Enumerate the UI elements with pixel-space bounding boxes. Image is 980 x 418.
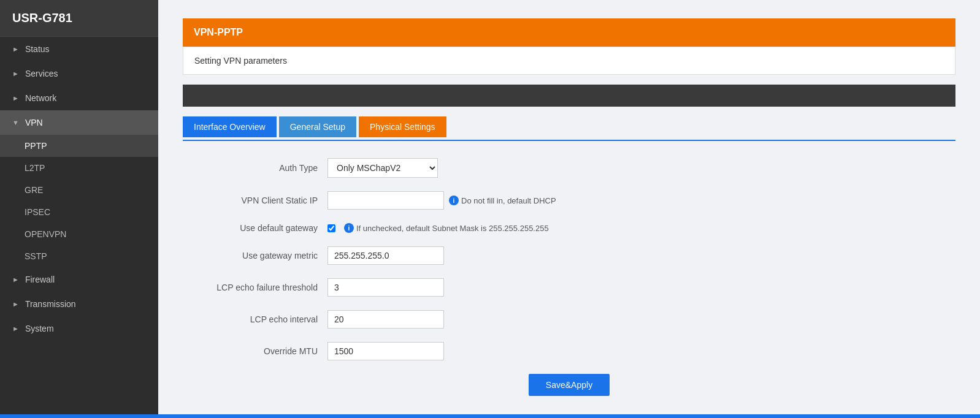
sidebar-submenu-pptp[interactable]: PPTP (0, 135, 158, 157)
static-ip-hint: i Do not fill in, default DHCP (449, 196, 556, 205)
sidebar-item-label: Network (25, 93, 56, 103)
info-icon-gateway: i (344, 223, 354, 233)
sidebar-item-label: VPN (25, 118, 43, 127)
label-default-gateway: Use default gateway (183, 223, 318, 233)
sidebar-item-system[interactable]: ► System (0, 316, 158, 341)
page-description: Setting VPN parameters (183, 47, 955, 75)
sidebar-submenu-l2tp[interactable]: L2TP (0, 157, 158, 179)
mtu-input[interactable]: 1500 (327, 342, 444, 360)
chevron-right-icon: ► (12, 276, 19, 283)
chevron-right-icon: ► (12, 325, 19, 332)
sidebar-submenu-openvpn[interactable]: OPENVPN (0, 223, 158, 245)
form-row-mtu: Override MTU 1500 (183, 342, 955, 360)
chevron-right-icon: ► (12, 70, 19, 77)
tab-underline (183, 140, 955, 141)
sidebar-submenu-sstp[interactable]: SSTP (0, 245, 158, 267)
footer: Jinan USR IOT Technology Limited http://… (0, 414, 980, 418)
static-ip-input[interactable] (327, 191, 444, 210)
gateway-hint-text: If unchecked, default Subnet Mask is 255… (356, 224, 549, 233)
tab-general-setup[interactable]: General Setup (279, 116, 356, 137)
chevron-down-icon: ▼ (12, 119, 19, 126)
lcp-interval-input[interactable]: 20 (327, 310, 444, 329)
save-row: Save&Apply (183, 374, 955, 396)
static-ip-hint-text: Do not fill in, default DHCP (461, 196, 556, 205)
auth-type-select[interactable]: Only MSChapV2 MSChapV1 CHAP PAP (327, 158, 438, 178)
lcp-failure-input[interactable]: 3 (327, 278, 444, 297)
form-row-gateway-metric: Use gateway metric 255.255.255.0 (183, 246, 955, 265)
label-auth-type: Auth Type (183, 163, 318, 173)
form-row-static-ip: VPN Client Static IP i Do not fill in, d… (183, 191, 955, 210)
sidebar-logo: USR-G781 (0, 0, 158, 37)
form-row-lcp-failure: LCP echo failure threshold 3 (183, 278, 955, 297)
sidebar-submenu-ipsec[interactable]: IPSEC (0, 201, 158, 223)
tab-physical-settings[interactable]: Physical Settings (359, 116, 446, 137)
page-header: VPN-PPTP (183, 18, 955, 47)
sidebar-item-label: Firewall (25, 275, 55, 284)
sidebar-submenu-gre[interactable]: GRE (0, 179, 158, 201)
main-content: VPN-PPTP Setting VPN parameters Interfac… (158, 0, 980, 414)
default-gateway-hint: i If unchecked, default Subnet Mask is 2… (344, 223, 549, 233)
chevron-right-icon: ► (12, 300, 19, 308)
sidebar-item-services[interactable]: ► Services (0, 61, 158, 86)
save-apply-button[interactable]: Save&Apply (529, 374, 610, 396)
chevron-right-icon: ► (12, 45, 19, 53)
sidebar-item-transmission[interactable]: ► Transmission (0, 292, 158, 316)
gateway-metric-input[interactable]: 255.255.255.0 (327, 246, 444, 265)
label-lcp-interval: LCP echo interval (183, 314, 318, 324)
sidebar: USR-G781 ► Status ► Services ► Network ▼… (0, 0, 158, 414)
sidebar-vpn-submenu: PPTP L2TP GRE IPSEC OPENVPN SSTP (0, 135, 158, 267)
form-row-lcp-interval: LCP echo interval 20 (183, 310, 955, 329)
label-gateway-metric: Use gateway metric (183, 251, 318, 260)
sidebar-item-firewall[interactable]: ► Firewall (0, 267, 158, 292)
tab-interface-overview[interactable]: Interface Overview (183, 116, 277, 137)
sidebar-item-label: Transmission (25, 299, 76, 309)
label-mtu: Override MTU (183, 346, 318, 356)
sidebar-item-label: System (25, 324, 54, 333)
sidebar-item-label: Services (25, 69, 58, 78)
form-row-default-gateway: Use default gateway i If unchecked, defa… (183, 223, 955, 233)
sidebar-item-status[interactable]: ► Status (0, 37, 158, 61)
sidebar-item-label: Status (25, 44, 50, 54)
chevron-right-icon: ► (12, 94, 19, 102)
tabs: Interface Overview General Setup Physica… (183, 116, 955, 137)
info-icon: i (449, 196, 459, 205)
sidebar-item-vpn[interactable]: ▼ VPN (0, 110, 158, 135)
label-lcp-failure: LCP echo failure threshold (183, 283, 318, 292)
default-gateway-checkbox[interactable] (327, 224, 335, 232)
dark-bar (183, 85, 955, 107)
form-row-auth-type: Auth Type Only MSChapV2 MSChapV1 CHAP PA… (183, 158, 955, 178)
checkbox-row: i If unchecked, default Subnet Mask is 2… (327, 223, 549, 233)
form-section: Auth Type Only MSChapV2 MSChapV1 CHAP PA… (183, 158, 955, 396)
sidebar-item-network[interactable]: ► Network (0, 86, 158, 110)
label-static-ip: VPN Client Static IP (183, 196, 318, 205)
